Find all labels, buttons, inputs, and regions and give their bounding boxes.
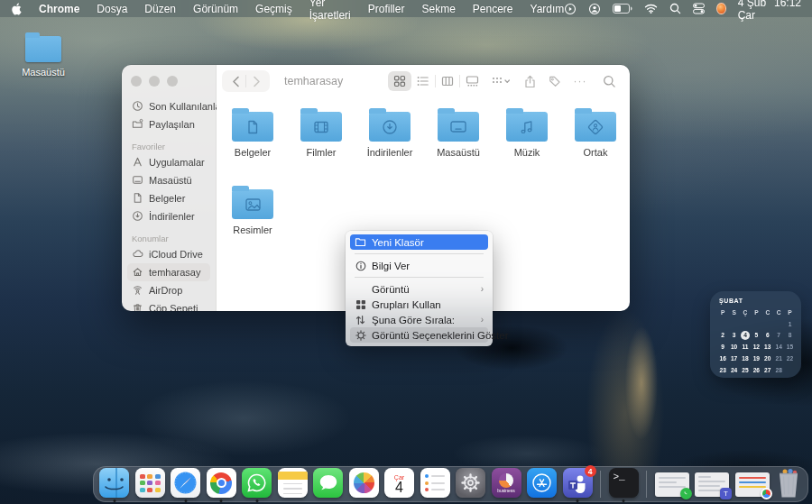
desktop-glyph-icon: [449, 120, 467, 133]
forward-button[interactable]: [246, 71, 266, 91]
folder-belgeler[interactable]: Belgeler: [218, 106, 287, 175]
dock-splashtop-business[interactable]: business: [492, 468, 521, 500]
calendar-month-label: ŞUBAT: [719, 298, 796, 304]
download-icon: [132, 210, 143, 224]
wifi-icon[interactable]: [644, 4, 658, 14]
share-icon[interactable]: [518, 71, 541, 91]
dock-launchpad[interactable]: [135, 468, 165, 500]
back-button[interactable]: [226, 71, 245, 91]
more-options-button[interactable]: ···: [568, 71, 592, 91]
dock-calendar[interactable]: Çar 4: [384, 468, 414, 500]
menu-sekme[interactable]: Sekme: [421, 3, 455, 15]
menu-separator: [355, 277, 484, 278]
dock-settings[interactable]: [456, 468, 485, 500]
applications-icon: [132, 156, 143, 170]
menu-item-label: Şuna Göre Sırala:: [372, 315, 475, 325]
menubar-date[interactable]: 4 Şub Çar: [738, 0, 767, 22]
folder-masaustu[interactable]: Masaüstü: [424, 106, 493, 175]
menu-yardim[interactable]: Yardım: [531, 3, 565, 15]
menu-dosya[interactable]: Dosya: [97, 3, 127, 15]
active-app-menu[interactable]: Chrome: [39, 3, 79, 15]
dock-chrome[interactable]: [207, 468, 236, 500]
screen-record-icon[interactable]: [564, 3, 577, 15]
menu-yer-isaretleri[interactable]: Yer İşaretleri: [309, 0, 351, 22]
tag-icon[interactable]: [543, 71, 567, 91]
gallery-view-button[interactable]: [460, 71, 484, 91]
sidebar-item-cop-sepeti[interactable]: Çöp Sepeti: [127, 299, 210, 311]
menu-item-gruplari-kullan[interactable]: Grupları Kullan: [350, 297, 488, 312]
dock-teams[interactable]: 4: [563, 468, 593, 500]
day-cell: 7: [773, 330, 784, 342]
group-by-button[interactable]: [489, 71, 512, 91]
sidebar-item-icloud-drive[interactable]: iCloud Drive: [127, 245, 210, 263]
control-center-icon[interactable]: [693, 3, 705, 14]
dock-safari[interactable]: [171, 468, 200, 500]
menu-profiller[interactable]: Profiller: [368, 3, 405, 15]
folder-resimler[interactable]: Resimler: [218, 184, 287, 252]
menubar-time[interactable]: 16:12: [774, 0, 801, 22]
dock: Çar 4 business 4 >_: [93, 466, 808, 502]
dock-photos[interactable]: [349, 468, 379, 500]
sidebar-item-airdrop[interactable]: AirDrop: [127, 281, 210, 299]
dock-messages[interactable]: [313, 468, 343, 500]
folder-filmler[interactable]: Filmler: [287, 106, 355, 175]
menu-pencere[interactable]: Pencere: [473, 3, 513, 15]
list-view-button[interactable]: [411, 71, 435, 91]
calendar-widget[interactable]: ŞUBAT P S Ç P C C P 1 2 3 4 5 6 7 8 9 10…: [710, 291, 801, 378]
dock-finder[interactable]: [99, 468, 129, 500]
menu-gorunum[interactable]: Görünüm: [193, 3, 238, 15]
sidebar-item-indirilenler[interactable]: İndirilenler: [127, 207, 210, 225]
menu-item-yeni-klasor[interactable]: Yeni Klasör: [350, 234, 488, 250]
minimize-button[interactable]: [149, 76, 160, 87]
day-header: P: [784, 307, 795, 318]
dock-app-store[interactable]: [527, 468, 557, 500]
day-cell: 5: [751, 330, 761, 342]
menu-duzen[interactable]: Düzen: [144, 3, 176, 15]
icon-view-button[interactable]: [388, 71, 411, 91]
menu-item-label: Bilgi Ver: [372, 261, 484, 271]
shared-glyph-icon: [586, 118, 604, 136]
folder-indirilenler[interactable]: İndirilenler: [355, 106, 424, 175]
menu-item-suna-gore-sirala[interactable]: Şuna Göre Sırala: ›: [350, 312, 488, 327]
dock-reminders[interactable]: [420, 468, 450, 500]
menu-item-goruntu-secenekleri[interactable]: Görüntü Seçeneklerini Göster: [350, 327, 488, 343]
menu-item-label: Görüntü: [372, 284, 475, 295]
folder-label: Belgeler: [235, 147, 271, 158]
sidebar-item-belgeler[interactable]: Belgeler: [127, 189, 210, 207]
desktop-folder-masaustu[interactable]: Masaüstü: [16, 36, 70, 78]
menu-item-goruntu[interactable]: Görüntü ›: [350, 281, 488, 297]
sidebar-item-paylasilan[interactable]: Paylaşılan: [127, 115, 210, 133]
close-button[interactable]: [131, 76, 142, 87]
folder-label: Ortak: [584, 147, 608, 158]
apple-menu-icon[interactable]: [11, 3, 22, 15]
user-circle-icon[interactable]: [588, 3, 601, 15]
sidebar-item-son-kullanilanlar[interactable]: Son Kullanılanlar: [127, 97, 210, 115]
teams-badge: 4: [585, 465, 596, 477]
window-search-icon[interactable]: [597, 71, 621, 91]
sidebar-item-masaustu[interactable]: Masaüstü: [127, 171, 210, 189]
dock-whatsapp[interactable]: [242, 468, 272, 500]
dock-notes[interactable]: [278, 468, 308, 500]
sidebar-item-temharasay[interactable]: temharasay: [127, 263, 210, 281]
dock-terminal[interactable]: >_: [609, 468, 639, 500]
download-glyph-icon: [382, 119, 398, 135]
trash-full-icon: [776, 468, 801, 500]
search-icon[interactable]: [669, 3, 681, 14]
column-view-button[interactable]: [436, 71, 459, 91]
folder-muzik[interactable]: Müzik: [493, 106, 561, 175]
minimized-whatsapp-window[interactable]: [655, 472, 689, 497]
menu-item-bilgi-ver[interactable]: Bilgi Ver: [350, 258, 488, 273]
zoom-button[interactable]: [167, 76, 178, 87]
window-title: temharasay: [284, 75, 343, 87]
minimized-teams-window[interactable]: T: [695, 472, 729, 497]
profile-avatar[interactable]: [716, 3, 725, 14]
menu-item-label: Yeni Klasör: [372, 237, 484, 248]
menu-gecmis[interactable]: Geçmiş: [255, 3, 292, 15]
sidebar-item-uygulamalar[interactable]: Uygulamalar: [127, 153, 210, 171]
dock-trash[interactable]: [775, 468, 802, 500]
selected-day-cell: 4: [740, 330, 751, 342]
sidebar-label: Son Kullanılanlar: [149, 101, 224, 112]
minimized-chrome-window[interactable]: [735, 472, 770, 497]
folder-ortak[interactable]: Ortak: [561, 106, 630, 175]
battery-icon[interactable]: [613, 4, 632, 14]
